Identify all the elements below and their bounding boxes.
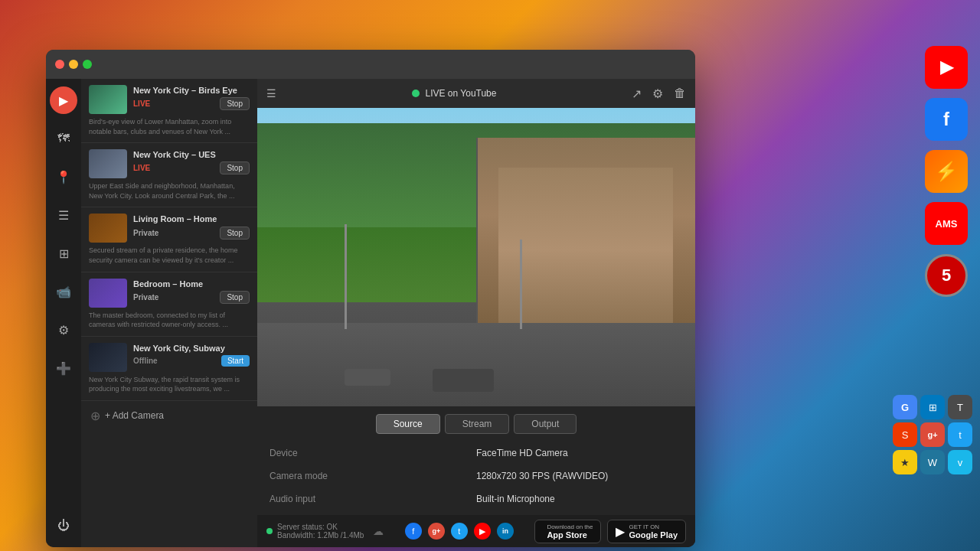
sidebar-item-video[interactable]: 📹 bbox=[50, 278, 77, 305]
status-badge: LIVE bbox=[133, 99, 150, 109]
stop-button[interactable]: Stop bbox=[220, 161, 250, 174]
sidebar-item-plus[interactable]: ➕ bbox=[50, 354, 77, 382]
live-status: LIVE on YouTube bbox=[412, 88, 497, 99]
mini-icon-t[interactable]: T bbox=[948, 395, 972, 419]
camera-thumbnail bbox=[89, 85, 127, 114]
mini-icon-s[interactable]: S bbox=[893, 422, 917, 447]
footer-right: Download on the App Store ▶ GET IT ON Go… bbox=[534, 520, 686, 543]
server-status-indicator bbox=[266, 528, 273, 534]
camera-description: Upper East Side and neighborhood, Manhat… bbox=[89, 181, 250, 201]
plus-icon: ➕ bbox=[56, 361, 71, 376]
start-button[interactable]: Start bbox=[221, 355, 250, 367]
add-camera-label: + Add Camera bbox=[105, 410, 164, 421]
camera-name: New York City, Subway bbox=[133, 343, 250, 354]
camera-description: Secured stream of a private residence, t… bbox=[89, 246, 250, 265]
app-store-sublabel: Download on the bbox=[547, 523, 593, 530]
camera-mode-value: 980x551 30 FPS (RAWVIDEO) bbox=[476, 468, 683, 484]
hamburger-icon[interactable]: ☰ bbox=[266, 87, 276, 99]
status-badge: Private bbox=[133, 228, 158, 238]
five-desktop-icon[interactable]: 5 bbox=[925, 254, 968, 297]
sidebar-item-list[interactable]: ☰ bbox=[50, 201, 77, 229]
youtube-desktop-icon[interactable]: ▶ bbox=[925, 46, 968, 89]
topbar-left: ☰ bbox=[266, 87, 276, 99]
camera-thumbnail bbox=[89, 149, 127, 178]
lightning-desktop-icon[interactable]: ⚡ bbox=[925, 150, 968, 193]
device-value: FaceTime HD Camera bbox=[476, 445, 683, 461]
add-circle-icon: ⊕ bbox=[90, 409, 100, 423]
sidebar-item-power[interactable]: ⏻ bbox=[50, 512, 77, 540]
stop-button[interactable]: Stop bbox=[220, 227, 250, 240]
sidebar-logo[interactable]: ▶ bbox=[50, 86, 77, 114]
tab-stream[interactable]: Stream bbox=[445, 414, 510, 434]
google-play-button[interactable]: ▶ GET IT ON Google Play bbox=[607, 520, 686, 543]
camera-item[interactable]: New York City, Subway Offline Start New … bbox=[81, 337, 257, 401]
mini-icon-gplus[interactable]: g+ bbox=[920, 422, 945, 447]
mini-icon-yellow[interactable]: ★ bbox=[893, 450, 917, 474]
camera-item[interactable]: New York City – UES LIVE Stop Upper East… bbox=[81, 143, 257, 207]
close-button[interactable] bbox=[55, 60, 64, 69]
mini-icon-wp[interactable]: W bbox=[920, 450, 945, 474]
mini-icon-v[interactable]: v bbox=[948, 450, 972, 474]
street-scene bbox=[257, 108, 695, 406]
topbar-right: ↗ ⚙ 🗑 bbox=[632, 86, 686, 101]
mini-icon-g[interactable]: G bbox=[893, 395, 917, 419]
google-play-name: Google Play bbox=[629, 530, 678, 540]
camera-name: New York City – UES bbox=[133, 149, 250, 160]
ams-desktop-icon[interactable]: AMS bbox=[925, 202, 968, 245]
maximize-button[interactable] bbox=[83, 60, 92, 69]
camera-name: New York City – Birds Eye bbox=[133, 85, 250, 96]
topbar: ☰ LIVE on YouTube ↗ ⚙ 🗑 bbox=[257, 79, 695, 108]
youtube-social-icon[interactable]: ▶ bbox=[474, 523, 491, 540]
main-area: ☰ LIVE on YouTube ↗ ⚙ 🗑 bbox=[257, 79, 695, 547]
app-store-button[interactable]: Download on the App Store bbox=[534, 520, 601, 543]
camera-item[interactable]: Bedroom – Home Private Stop The master b… bbox=[81, 272, 257, 337]
main-window: ▶ 🗺 📍 ☰ ⊞ 📹 ⚙ ➕ bbox=[46, 50, 695, 547]
mini-icon-trello[interactable]: ⊞ bbox=[920, 395, 945, 419]
twitter-social-icon[interactable]: t bbox=[451, 523, 468, 540]
settings-icon[interactable]: ⚙ bbox=[652, 86, 663, 101]
stop-button[interactable]: Stop bbox=[220, 97, 250, 110]
power-icon: ⏻ bbox=[57, 519, 70, 533]
video-icon: 📹 bbox=[56, 285, 71, 299]
video-preview bbox=[257, 108, 695, 406]
sidebar-item-settings[interactable]: ⚙ bbox=[50, 316, 77, 344]
facebook-desktop-icon[interactable]: f bbox=[925, 98, 968, 141]
live-indicator bbox=[412, 90, 420, 97]
location-icon: 📍 bbox=[56, 170, 71, 184]
bottom-panel: Source Stream Output Device FaceTime HD … bbox=[257, 406, 695, 515]
camera-description: Bird's-eye view of Lower Manhattan, zoom… bbox=[89, 117, 250, 136]
mini-icon-group: G ⊞ T S g+ t ★ W v bbox=[893, 395, 972, 474]
status-badge: Private bbox=[133, 292, 158, 302]
titlebar bbox=[46, 50, 695, 79]
sidebar-item-location[interactable]: 📍 bbox=[50, 163, 77, 191]
camera-thumbnail bbox=[89, 343, 127, 372]
add-camera-button[interactable]: ⊕ + Add Camera bbox=[81, 401, 257, 431]
trash-icon[interactable]: 🗑 bbox=[674, 86, 686, 100]
camera-name: Bedroom – Home bbox=[133, 279, 250, 289]
camera-description: The master bedroom, connected to my list… bbox=[89, 311, 250, 330]
tab-output[interactable]: Output bbox=[514, 414, 577, 434]
settings-icon: ⚙ bbox=[58, 323, 69, 337]
sidebar-item-map[interactable]: 🗺 bbox=[50, 125, 77, 152]
status-badge: Offline bbox=[133, 356, 158, 366]
tab-source[interactable]: Source bbox=[376, 414, 440, 434]
camera-item[interactable]: Living Room – Home Private Stop Secured … bbox=[81, 207, 257, 272]
list-icon: ☰ bbox=[58, 208, 69, 223]
linkedin-social-icon[interactable]: in bbox=[497, 523, 514, 540]
play-icon: ▶ bbox=[59, 93, 68, 108]
camera-mode-label: Camera mode bbox=[270, 468, 476, 484]
sidebar-item-grid[interactable]: ⊞ bbox=[50, 240, 77, 267]
gplus-social-icon[interactable]: g+ bbox=[428, 523, 445, 540]
stop-button[interactable]: Stop bbox=[220, 291, 250, 304]
minimize-button[interactable] bbox=[69, 60, 78, 69]
share-icon[interactable]: ↗ bbox=[632, 86, 642, 101]
window-controls bbox=[55, 60, 92, 69]
server-status-label: Server status: OK bbox=[277, 523, 364, 531]
facebook-social-icon[interactable]: f bbox=[405, 523, 422, 540]
app-store-name: App Store bbox=[547, 530, 593, 540]
camera-thumbnail bbox=[89, 279, 127, 308]
camera-item[interactable]: New York City – Birds Eye LIVE Stop Bird… bbox=[81, 79, 257, 143]
map-icon: 🗺 bbox=[57, 132, 70, 145]
camera-name: Living Room – Home bbox=[133, 214, 250, 224]
mini-icon-tw[interactable]: t bbox=[948, 422, 972, 447]
